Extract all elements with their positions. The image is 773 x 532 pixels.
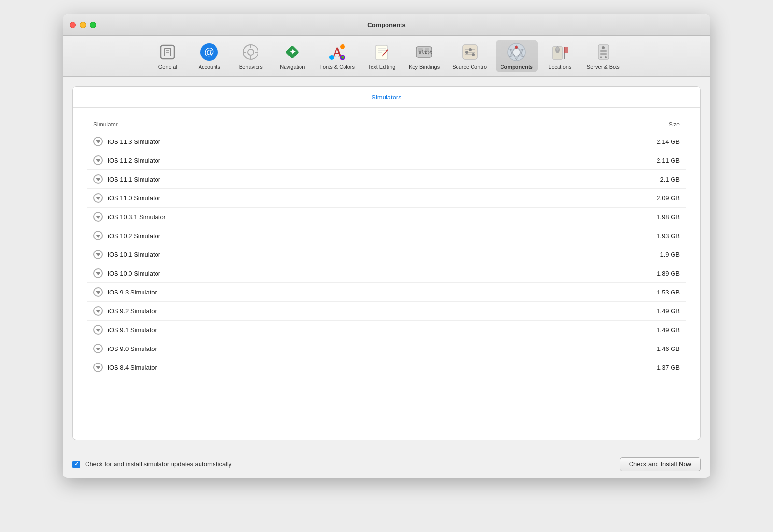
panel-body[interactable]: Simulator Size iOS 11.3 Simulator 2.14 G… bbox=[73, 108, 700, 440]
panel-header: Simulators bbox=[73, 87, 700, 108]
download-icon bbox=[93, 231, 103, 240]
main-window: Components General @ A bbox=[63, 14, 710, 478]
toolbar-item-server-bots[interactable]: Server & Bots bbox=[582, 40, 625, 72]
row-left: iOS 11.2 Simulator bbox=[93, 155, 160, 165]
row-size: 1.93 GB bbox=[657, 232, 680, 239]
row-left: iOS 10.2 Simulator bbox=[93, 231, 160, 240]
row-name: iOS 10.0 Simulator bbox=[108, 270, 160, 277]
col-header-size: Size bbox=[669, 121, 680, 128]
svg-rect-46 bbox=[564, 47, 568, 53]
row-left: iOS 9.1 Simulator bbox=[93, 325, 157, 335]
toolbar: General @ Accounts bbox=[63, 36, 710, 77]
navigation-label: Navigation bbox=[280, 64, 305, 70]
row-left: iOS 11.1 Simulator bbox=[93, 174, 160, 184]
row-name: iOS 10.2 Simulator bbox=[108, 232, 160, 239]
table-row[interactable]: iOS 10.3.1 Simulator 1.98 GB bbox=[87, 208, 686, 226]
row-left: iOS 11.3 Simulator bbox=[93, 137, 160, 146]
download-icon bbox=[93, 193, 103, 203]
row-left: iOS 10.1 Simulator bbox=[93, 250, 160, 259]
source-control-label: Source Control bbox=[452, 64, 487, 70]
fonts-colors-icon: A A bbox=[328, 42, 347, 62]
table-row[interactable]: iOS 10.2 Simulator 1.93 GB bbox=[87, 226, 686, 245]
toolbar-item-source-control[interactable]: Source Control bbox=[447, 40, 492, 72]
row-size: 2.09 GB bbox=[657, 195, 680, 202]
row-left: iOS 9.2 Simulator bbox=[93, 306, 157, 316]
svg-point-48 bbox=[602, 46, 605, 49]
auto-update-label: Check for and install simulator updates … bbox=[85, 461, 231, 468]
toolbar-item-text-editing[interactable]: Text Editing bbox=[362, 40, 401, 72]
auto-update-left: Check for and install simulator updates … bbox=[72, 461, 231, 468]
table-row[interactable]: iOS 10.0 Simulator 1.89 GB bbox=[87, 264, 686, 283]
toolbar-item-fonts-colors[interactable]: A A bbox=[315, 40, 359, 72]
source-control-icon bbox=[460, 42, 480, 62]
minimize-button[interactable] bbox=[80, 22, 86, 28]
server-bots-icon bbox=[594, 42, 613, 62]
svg-point-36 bbox=[469, 48, 472, 51]
behaviors-icon bbox=[241, 42, 260, 62]
download-icon bbox=[93, 363, 103, 372]
table-rows-container: iOS 11.3 Simulator 2.14 GB iOS 11.2 Simu… bbox=[87, 132, 686, 377]
accounts-label: Accounts bbox=[199, 64, 220, 70]
toolbar-item-components[interactable]: Components bbox=[496, 40, 538, 72]
table-row[interactable]: iOS 9.3 Simulator 1.53 GB bbox=[87, 283, 686, 302]
table-row[interactable]: iOS 11.1 Simulator 2.1 GB bbox=[87, 170, 686, 189]
general-icon bbox=[158, 42, 177, 62]
toolbar-item-navigation[interactable]: ✦ Navigation bbox=[273, 40, 312, 72]
svg-point-7 bbox=[248, 49, 254, 55]
svg-point-40 bbox=[513, 48, 520, 56]
row-size: 1.49 GB bbox=[657, 326, 680, 334]
table-row[interactable]: iOS 9.2 Simulator 1.49 GB bbox=[87, 302, 686, 321]
svg-rect-49 bbox=[600, 50, 607, 52]
toolbar-item-locations[interactable]: Locations bbox=[541, 40, 579, 72]
row-left: iOS 11.0 Simulator bbox=[93, 193, 160, 203]
panel-header-title: Simulators bbox=[372, 94, 401, 101]
row-name: iOS 11.0 Simulator bbox=[108, 195, 160, 202]
auto-update-checkbox[interactable] bbox=[72, 461, 80, 468]
row-size: 1.89 GB bbox=[657, 270, 680, 277]
svg-point-18 bbox=[340, 44, 345, 49]
toolbar-item-general[interactable]: General bbox=[148, 40, 187, 72]
maximize-button[interactable] bbox=[90, 22, 96, 28]
svg-point-19 bbox=[329, 55, 334, 60]
svg-point-44 bbox=[556, 47, 559, 51]
row-name: iOS 10.3.1 Simulator bbox=[108, 213, 166, 221]
row-name: iOS 9.2 Simulator bbox=[108, 308, 157, 315]
fonts-colors-label: Fonts & Colors bbox=[319, 64, 355, 70]
table-row[interactable]: iOS 10.1 Simulator 1.9 GB bbox=[87, 245, 686, 264]
row-left: iOS 9.3 Simulator bbox=[93, 287, 157, 297]
download-icon bbox=[93, 344, 103, 353]
row-size: 1.37 GB bbox=[657, 364, 680, 371]
toolbar-item-behaviors[interactable]: Behaviors bbox=[231, 40, 270, 72]
svg-rect-30 bbox=[418, 48, 423, 52]
row-name: iOS 11.1 Simulator bbox=[108, 176, 160, 183]
toolbar-item-accounts[interactable]: @ Accounts bbox=[190, 40, 229, 72]
svg-point-38 bbox=[472, 53, 475, 56]
table-row[interactable]: iOS 11.2 Simulator 2.11 GB bbox=[87, 151, 686, 170]
svg-text:@: @ bbox=[204, 46, 214, 57]
text-editing-label: Text Editing bbox=[368, 64, 396, 70]
accounts-icon: @ bbox=[200, 42, 219, 62]
row-left: iOS 10.0 Simulator bbox=[93, 268, 160, 278]
row-size: 1.53 GB bbox=[657, 289, 680, 296]
download-icon bbox=[93, 155, 103, 165]
components-label: Components bbox=[501, 64, 533, 70]
locations-label: Locations bbox=[548, 64, 571, 70]
svg-point-51 bbox=[600, 56, 602, 58]
general-label: General bbox=[158, 64, 177, 70]
check-install-button[interactable]: Check and Install Now bbox=[620, 457, 701, 471]
toolbar-item-key-bindings[interactable]: alt opt Key Bindings bbox=[404, 40, 444, 72]
download-icon bbox=[93, 212, 103, 222]
close-button[interactable] bbox=[70, 22, 76, 28]
download-icon bbox=[93, 306, 103, 316]
traffic-lights bbox=[70, 22, 96, 28]
title-bar: Components bbox=[63, 14, 710, 36]
table-row[interactable]: iOS 11.0 Simulator 2.09 GB bbox=[87, 189, 686, 208]
table-row[interactable]: iOS 9.0 Simulator 1.46 GB bbox=[87, 339, 686, 358]
window-title: Components bbox=[367, 21, 405, 28]
row-size: 1.49 GB bbox=[657, 308, 680, 315]
table-row[interactable]: iOS 8.4 Simulator 1.37 GB bbox=[87, 358, 686, 377]
download-icon bbox=[93, 137, 103, 146]
svg-rect-50 bbox=[600, 53, 607, 55]
table-row[interactable]: iOS 11.3 Simulator 2.14 GB bbox=[87, 132, 686, 151]
table-row[interactable]: iOS 9.1 Simulator 1.49 GB bbox=[87, 321, 686, 339]
